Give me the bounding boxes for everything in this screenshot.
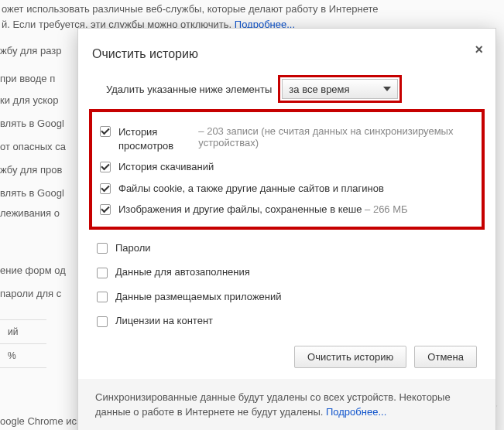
bg-text: ожет использовать различные веб-службы, … (2, 2, 379, 17)
checkbox-cookies[interactable] (100, 183, 111, 194)
checkbox-browsing-history[interactable] (100, 126, 111, 137)
item-passwords: Пароли (97, 236, 482, 261)
time-range-highlight: за все время (278, 75, 402, 103)
bg-text: жбу для пров (0, 162, 62, 178)
bg-text: ение форм од (0, 263, 66, 278)
item-sub: – 266 МБ (365, 203, 408, 215)
item-download-history: История скачиваний (97, 156, 477, 178)
bg-text: леживания о (0, 206, 60, 221)
item-cookies: Файлы cookie, а также другие данные сайт… (97, 178, 477, 200)
bg-text: влять в Googl (0, 116, 64, 131)
checkbox-content-licenses[interactable] (97, 316, 108, 327)
item-label: Пароли (115, 241, 151, 255)
item-label: Данные для автозаполнения (115, 265, 250, 279)
bg-row: % (0, 343, 46, 368)
footer-text: Синхронизированные данные будут удалены … (95, 391, 451, 418)
dialog-title: Очистить историю (92, 47, 474, 61)
item-label: Файлы cookie, а также другие данные сайт… (118, 182, 384, 196)
item-label: История скачиваний (118, 160, 214, 174)
item-cached-images: Изображения и другие файлы, сохраненные … (97, 199, 477, 220)
item-label: Данные размещаемых приложений (115, 290, 282, 304)
item-autofill: Данные для автозаполнения (97, 260, 482, 285)
checkbox-passwords[interactable] (97, 243, 108, 254)
bg-rows: ий % (0, 319, 46, 368)
item-content-licenses: Лицензии на контент (97, 309, 482, 333)
item-label: История просмотров (118, 125, 192, 152)
cancel-button[interactable]: Отмена (414, 346, 477, 368)
bg-text: от опасных са (0, 139, 66, 155)
clear-history-button[interactable]: Очистить историю (294, 346, 406, 368)
chevron-down-icon (383, 87, 391, 91)
clear-history-dialog: Очистить историю × Удалить указанные ниж… (77, 28, 496, 430)
checkbox-autofill[interactable] (97, 268, 108, 278)
time-range-select[interactable]: за все время (282, 79, 398, 99)
bg-text: при вводе п (0, 71, 55, 87)
learn-more-link[interactable]: Подробнее... (326, 406, 386, 418)
bg-text: ки для ускор (0, 93, 59, 108)
bg-text: пароли для с (0, 286, 61, 302)
bg-text: жбу для разр (0, 43, 61, 59)
bg-text: влять в Googl (0, 186, 64, 201)
dialog-footer: Синхронизированные данные будут удалены … (78, 379, 495, 430)
item-sub: – 203 записи (не считая данных на синхро… (198, 125, 474, 152)
checkbox-cached-images[interactable] (100, 204, 111, 215)
item-label: Изображения и другие файлы, сохраненные … (118, 203, 362, 215)
item-browsing-history: История просмотров – 203 записи (не счит… (97, 121, 477, 156)
checkbox-download-history[interactable] (100, 162, 111, 172)
item-hosted-apps: Данные размещаемых приложений (97, 285, 482, 309)
item-label: Лицензии на контент (115, 314, 213, 328)
delete-label: Удалить указанные ниже элементы (106, 84, 272, 95)
checkbox-hosted-apps[interactable] (97, 292, 108, 302)
close-icon[interactable]: × (475, 43, 483, 56)
time-range-value: за все время (289, 84, 349, 95)
highlighted-items: История просмотров – 203 записи (не счит… (89, 109, 485, 230)
bg-row: ий (0, 319, 46, 343)
